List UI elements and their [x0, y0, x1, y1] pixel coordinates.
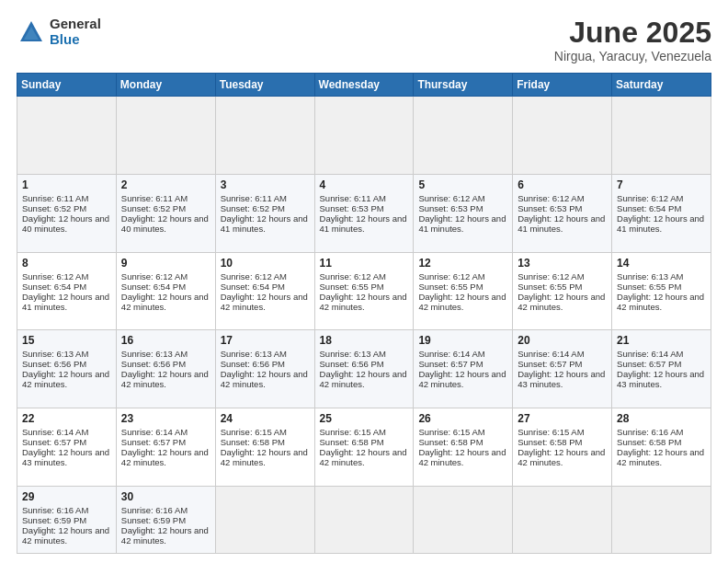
table-row: 7Sunrise: 6:12 AMSunset: 6:54 PMDaylight… [612, 174, 711, 252]
day-number: 1 [22, 178, 111, 191]
table-row: 18Sunrise: 6:13 AMSunset: 6:56 PMDayligh… [314, 330, 414, 408]
table-row: 11Sunrise: 6:12 AMSunset: 6:55 PMDayligh… [314, 252, 414, 330]
sunrise-line: Sunrise: 6:14 AM [121, 427, 188, 437]
table-row: 1Sunrise: 6:11 AMSunset: 6:52 PMDaylight… [17, 174, 117, 252]
table-row: 4Sunrise: 6:11 AMSunset: 6:53 PMDaylight… [314, 174, 414, 252]
daylight-line: Daylight: 12 hours and 42 minutes. [320, 447, 407, 467]
sunset-line: Sunset: 6:56 PM [121, 359, 186, 369]
daylight-line: Daylight: 12 hours and 41 minutes. [221, 213, 308, 234]
sunrise-line: Sunrise: 6:14 AM [418, 349, 484, 359]
day-number: 29 [22, 490, 111, 503]
table-row [612, 486, 711, 553]
logo: General Blue [17, 17, 101, 47]
sunrise-line: Sunrise: 6:16 AM [22, 505, 88, 515]
sunset-line: Sunset: 6:59 PM [121, 515, 186, 525]
sunset-line: Sunset: 6:57 PM [22, 437, 86, 447]
table-row [314, 486, 414, 553]
table-row: 12Sunrise: 6:12 AMSunset: 6:55 PMDayligh… [414, 252, 513, 330]
table-row: 25Sunrise: 6:15 AMSunset: 6:58 PMDayligh… [314, 408, 414, 487]
daylight-line: Daylight: 12 hours and 42 minutes. [221, 369, 308, 389]
sunset-line: Sunset: 6:52 PM [22, 203, 86, 213]
day-number: 23 [121, 412, 210, 425]
daylight-line: Daylight: 12 hours and 42 minutes. [418, 447, 506, 467]
table-row: 10Sunrise: 6:12 AMSunset: 6:54 PMDayligh… [215, 252, 314, 330]
daylight-line: Daylight: 12 hours and 42 minutes. [617, 447, 704, 467]
table-row: 29Sunrise: 6:16 AMSunset: 6:59 PMDayligh… [17, 486, 117, 553]
col-thursday: Thursday [414, 74, 513, 97]
sunrise-line: Sunrise: 6:12 AM [221, 271, 287, 282]
day-number: 30 [121, 490, 210, 503]
col-friday: Friday [513, 74, 612, 97]
sunrise-line: Sunrise: 6:13 AM [121, 349, 188, 359]
table-row: 23Sunrise: 6:14 AMSunset: 6:57 PMDayligh… [116, 408, 215, 487]
sunset-line: Sunset: 6:53 PM [518, 203, 582, 213]
daylight-line: Daylight: 12 hours and 41 minutes. [518, 213, 605, 234]
table-row: 9Sunrise: 6:12 AMSunset: 6:54 PMDaylight… [116, 252, 215, 330]
day-number: 12 [418, 257, 507, 270]
daylight-line: Daylight: 12 hours and 43 minutes. [22, 447, 109, 467]
day-number: 8 [22, 257, 111, 270]
table-row: 30Sunrise: 6:16 AMSunset: 6:59 PMDayligh… [116, 486, 215, 553]
sunrise-line: Sunrise: 6:11 AM [121, 193, 188, 203]
table-row: 22Sunrise: 6:14 AMSunset: 6:57 PMDayligh… [17, 408, 117, 487]
daylight-line: Daylight: 12 hours and 42 minutes. [221, 447, 308, 467]
table-row [116, 97, 215, 175]
table-row [314, 97, 414, 175]
day-number: 2 [121, 178, 210, 191]
sunset-line: Sunset: 6:52 PM [221, 203, 285, 213]
calendar-table: Sunday Monday Tuesday Wednesday Thursday… [17, 73, 711, 554]
daylight-line: Daylight: 12 hours and 43 minutes. [518, 369, 605, 389]
table-row: 27Sunrise: 6:15 AMSunset: 6:58 PMDayligh… [513, 408, 612, 487]
table-row [215, 486, 314, 553]
day-number: 26 [418, 412, 507, 425]
page: General Blue June 2025 Nirgua, Yaracuy, … [0, 0, 728, 563]
daylight-line: Daylight: 12 hours and 42 minutes. [121, 292, 209, 312]
sunrise-line: Sunrise: 6:14 AM [22, 427, 88, 437]
sunset-line: Sunset: 6:53 PM [320, 203, 384, 213]
title-block: June 2025 Nirgua, Yaracuy, Venezuela [554, 17, 711, 63]
day-number: 25 [320, 412, 409, 425]
logo-general-text: General [50, 17, 101, 32]
day-number: 4 [320, 178, 409, 191]
daylight-line: Daylight: 12 hours and 42 minutes. [121, 369, 209, 389]
sunset-line: Sunset: 6:57 PM [121, 437, 186, 447]
col-saturday: Saturday [612, 74, 711, 97]
sunrise-line: Sunrise: 6:12 AM [518, 193, 584, 203]
location: Nirgua, Yaracuy, Venezuela [554, 49, 711, 63]
table-row: 14Sunrise: 6:13 AMSunset: 6:55 PMDayligh… [612, 252, 711, 330]
day-number: 7 [617, 178, 706, 191]
month-title: June 2025 [554, 17, 711, 49]
logo-icon [17, 17, 46, 47]
table-row [612, 97, 711, 175]
sunset-line: Sunset: 6:54 PM [221, 282, 285, 292]
daylight-line: Daylight: 12 hours and 40 minutes. [22, 213, 109, 234]
day-number: 22 [22, 412, 111, 425]
sunrise-line: Sunrise: 6:15 AM [518, 427, 584, 437]
day-number: 27 [518, 412, 607, 425]
table-row [215, 97, 314, 175]
day-number: 18 [320, 334, 409, 347]
sunset-line: Sunset: 6:53 PM [418, 203, 483, 213]
day-number: 17 [221, 334, 310, 347]
sunset-line: Sunset: 6:58 PM [221, 437, 285, 447]
table-row: 28Sunrise: 6:16 AMSunset: 6:58 PMDayligh… [612, 408, 711, 487]
day-number: 20 [518, 334, 607, 347]
daylight-line: Daylight: 12 hours and 42 minutes. [22, 525, 109, 546]
sunset-line: Sunset: 6:58 PM [518, 437, 582, 447]
sunset-line: Sunset: 6:56 PM [221, 359, 285, 369]
day-number: 10 [221, 257, 310, 270]
sunset-line: Sunset: 6:57 PM [518, 359, 582, 369]
day-number: 21 [617, 334, 706, 347]
sunrise-line: Sunrise: 6:13 AM [617, 271, 683, 282]
table-row: 24Sunrise: 6:15 AMSunset: 6:58 PMDayligh… [215, 408, 314, 487]
table-row: 8Sunrise: 6:12 AMSunset: 6:54 PMDaylight… [17, 252, 117, 330]
calendar-header-row: Sunday Monday Tuesday Wednesday Thursday… [17, 74, 711, 97]
sunrise-line: Sunrise: 6:12 AM [121, 271, 188, 282]
sunset-line: Sunset: 6:55 PM [518, 282, 582, 292]
table-row: 2Sunrise: 6:11 AMSunset: 6:52 PMDaylight… [116, 174, 215, 252]
table-row [414, 486, 513, 553]
sunrise-line: Sunrise: 6:16 AM [617, 427, 683, 437]
daylight-line: Daylight: 12 hours and 42 minutes. [418, 292, 506, 312]
daylight-line: Daylight: 12 hours and 43 minutes. [617, 369, 704, 389]
logo-text: General Blue [50, 17, 101, 47]
